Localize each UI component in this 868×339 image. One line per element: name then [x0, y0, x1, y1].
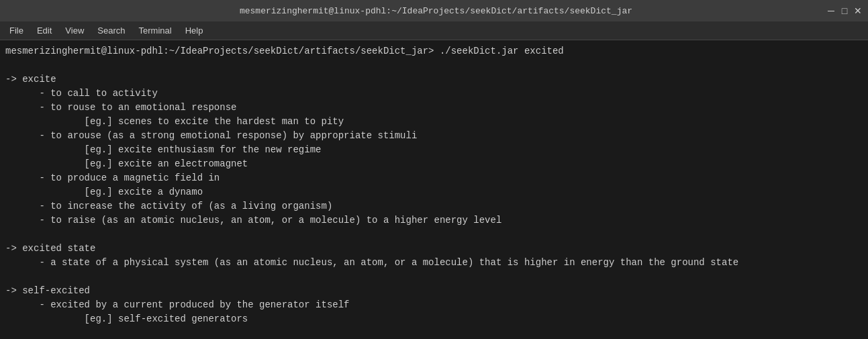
output-line: - excited by a current produced by the g…: [5, 298, 863, 312]
terminal-window: mesmerizinghermit@linux-pdhl:~/IdeaProje…: [0, 0, 868, 339]
output-line: - to raise (as an atomic nucleus, an ato…: [5, 213, 863, 228]
window-title: mesmerizinghermit@linux-pdhl:~/IdeaProje…: [46, 6, 826, 16]
output-line: [5, 326, 863, 339]
output-line: [eg.] scenes to excite the hardest man t…: [5, 115, 863, 129]
output-line: -> excite: [5, 72, 863, 87]
output-line: [eg.] self-excited generators: [5, 312, 863, 326]
output-line: - to rouse to an emotional response: [5, 101, 863, 115]
output-line: - to increase the activity of (as a livi…: [5, 199, 863, 213]
menu-edit[interactable]: Edit: [30, 23, 58, 38]
menu-terminal[interactable]: Terminal: [132, 23, 179, 38]
output-line: [eg.] excite an electromagnet: [5, 157, 863, 171]
menu-help[interactable]: Help: [179, 23, 210, 38]
window-controls: ─ □ ✕: [826, 6, 863, 15]
output-line: [5, 228, 863, 242]
terminal-body[interactable]: mesmerizinghermit@linux-pdhl:~/IdeaProje…: [0, 40, 868, 339]
output-line: - to arouse (as a strong emotional respo…: [5, 129, 863, 143]
output-line: -> self-excited: [5, 284, 863, 298]
output-line: [eg.] excite a dynamo: [5, 185, 863, 199]
output-line: [eg.] excite enthusiasm for the new regi…: [5, 143, 863, 157]
title-bar: mesmerizinghermit@linux-pdhl:~/IdeaProje…: [0, 0, 868, 21]
output-line: -> excited state: [5, 242, 863, 256]
output-line: - to produce a magnetic field in: [5, 171, 863, 185]
output-line: [5, 270, 863, 284]
maximize-button[interactable]: □: [840, 6, 849, 15]
output-line: [5, 58, 863, 72]
minimize-button[interactable]: ─: [826, 6, 836, 15]
output-line: - a state of a physical system (as an at…: [5, 256, 863, 270]
menu-search[interactable]: Search: [91, 23, 132, 38]
menu-bar: File Edit View Search Terminal Help: [0, 21, 868, 40]
command-line: mesmerizinghermit@linux-pdhl:~/IdeaProje…: [5, 44, 863, 58]
menu-file[interactable]: File: [3, 23, 30, 38]
menu-view[interactable]: View: [58, 23, 91, 38]
close-button[interactable]: ✕: [853, 6, 863, 15]
output-line: - to call to activity: [5, 87, 863, 101]
